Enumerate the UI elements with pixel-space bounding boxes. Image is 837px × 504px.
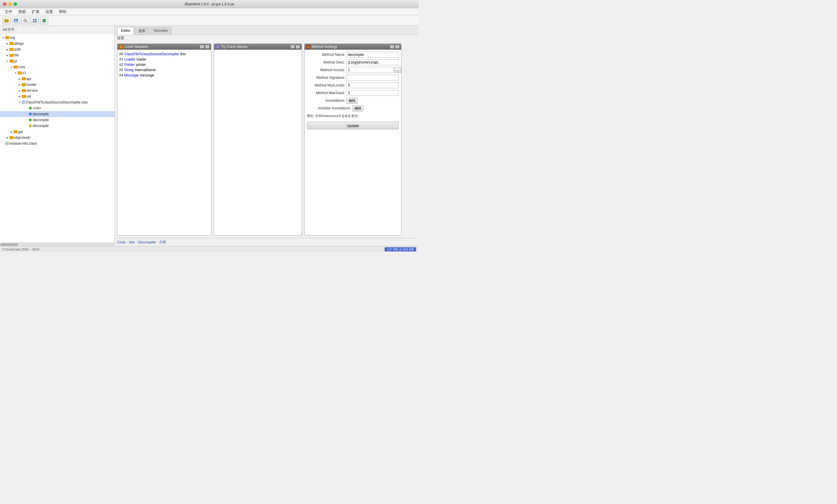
ms-invisible-btn[interactable]: 编辑 xyxy=(352,105,363,111)
tree-label: v1 xyxy=(22,71,26,75)
breadcrumb-info[interactable]: Info xyxy=(129,240,135,244)
var-name: this xyxy=(180,52,186,56)
tree-container[interactable]: org abego antlr fife xyxy=(0,34,114,243)
tree-label: api xyxy=(26,77,31,81)
tab-search[interactable]: 搜索 xyxy=(135,27,149,35)
local-vars-panel: L Local Variables ─ □ #0 ClassFileToJava… xyxy=(117,43,211,236)
ms-row-maxlocals: Method MaxLocals: xyxy=(307,82,399,89)
pkg-icon xyxy=(22,83,26,86)
tree-toggle-jd[interactable] xyxy=(5,59,10,63)
ms-input-name[interactable] xyxy=(346,52,399,58)
open-button[interactable] xyxy=(2,17,11,24)
panel-maximize[interactable]: □ xyxy=(296,45,300,49)
tree-node-core[interactable]: core xyxy=(0,64,114,70)
ms-input-maxlocals[interactable] xyxy=(346,82,399,88)
try-catch-body xyxy=(214,50,302,235)
grid-button[interactable] xyxy=(31,17,39,24)
ms-annotations-btn[interactable]: 编辑 xyxy=(346,98,358,104)
tree-node-decompile3[interactable]: decompile xyxy=(0,123,114,129)
minimize-button[interactable] xyxy=(8,2,12,6)
tree-node-init[interactable]: <init> xyxy=(0,105,114,111)
close-button[interactable] xyxy=(3,2,6,6)
panel-maximize[interactable]: □ xyxy=(205,45,209,49)
var-2: #2 Printer printer xyxy=(119,62,209,67)
save-button[interactable] xyxy=(12,17,20,24)
horizontal-scrollbar[interactable] xyxy=(0,243,114,246)
panel-controls: ─ □ xyxy=(390,45,399,49)
pkg-icon xyxy=(22,77,26,80)
tree-toggle-v1[interactable] xyxy=(14,71,18,75)
try-catch-title: Try Catch Blocks xyxy=(221,45,248,49)
ms-label-signature: Method Signature: xyxy=(307,76,345,80)
tree-toggle-service[interactable] xyxy=(18,89,22,93)
ms-input-maxstack[interactable] xyxy=(346,90,399,96)
tree-node-model[interactable]: model xyxy=(0,82,114,88)
tree-node-org[interactable]: org xyxy=(0,35,114,41)
ms-row-signature: Method Signature: xyxy=(307,74,399,81)
tree-node-antlr[interactable]: antlr xyxy=(0,46,114,52)
panel-icon: L xyxy=(119,45,123,49)
tree-node-v1[interactable]: v1 xyxy=(0,70,114,76)
ms-update-btn[interactable]: Update xyxy=(307,122,399,129)
tree-toggle-classfile[interactable] xyxy=(18,100,22,105)
ms-label-desc: Method Desc: xyxy=(307,60,345,64)
var-type: ClassFileToJavaSourceDecompiler xyxy=(124,52,179,56)
tree-node-fife[interactable]: fife xyxy=(0,52,114,58)
menu-help[interactable]: 帮助 xyxy=(56,8,69,15)
tree-node-util[interactable]: util xyxy=(0,94,114,99)
puzzle-button[interactable] xyxy=(40,17,48,24)
tree-toggle-core[interactable] xyxy=(10,65,14,69)
panel-icon: M xyxy=(306,45,310,49)
scroll-thumb[interactable] xyxy=(1,243,18,246)
tree-toggle-org[interactable] xyxy=(1,36,5,40)
tab-opcodes[interactable]: Opcodes xyxy=(150,27,172,35)
tree-node-gui[interactable]: gui xyxy=(0,129,114,135)
panel-maximize[interactable]: □ xyxy=(395,45,399,49)
menu-extend[interactable]: 扩展 xyxy=(30,8,42,15)
tree-toggle-util[interactable] xyxy=(18,94,22,98)
tree-toggle-model[interactable] xyxy=(18,82,22,87)
menu-file[interactable]: 文件 xyxy=(2,8,15,15)
tab-editor[interactable]: Editor xyxy=(117,27,134,35)
pkg-icon xyxy=(5,36,10,39)
menu-search[interactable]: 搜索 xyxy=(16,8,28,15)
panel-minimize[interactable]: ─ xyxy=(290,45,295,49)
status-memory: 127 MB of 204 MB xyxy=(385,247,416,251)
menu-settings[interactable]: 设置 xyxy=(43,8,55,15)
tree-toggle-antlr[interactable] xyxy=(5,47,10,52)
panel-minimize[interactable]: ─ xyxy=(200,45,204,49)
breadcrumb-analyze[interactable]: 分析 xyxy=(159,240,166,245)
right-panel: Editor 搜索 Opcodes 设置 L Local Variables ─… xyxy=(115,26,418,246)
ms-input-desc[interactable] xyxy=(346,59,399,65)
search-button[interactable] xyxy=(21,17,30,24)
breadcrumb-code[interactable]: Code xyxy=(117,240,126,244)
tree-node-objectweb[interactable]: objectweb xyxy=(0,135,114,141)
tree-node-jd[interactable]: jd xyxy=(0,58,114,64)
method-settings-header: M Method Settings ─ □ xyxy=(305,44,401,50)
tree-toggle-api[interactable] xyxy=(18,77,22,81)
tree-node-moduleinfo[interactable]: M module-info.class xyxy=(0,141,114,146)
tree-node-api[interactable]: api xyxy=(0,76,114,82)
svg-point-5 xyxy=(24,19,26,21)
tree-toggle-fife[interactable] xyxy=(5,53,10,57)
panel-minimize[interactable]: ─ xyxy=(390,45,394,49)
ms-input-signature[interactable] xyxy=(346,75,399,80)
tree-node-decompile2[interactable]: decompile xyxy=(0,117,114,123)
status-bar: © GraxCode 2016 – 2018 127 MB of 204 MB xyxy=(0,246,418,252)
breadcrumb-decompiler[interactable]: Decompiler xyxy=(138,240,156,244)
pkg-icon xyxy=(10,48,14,51)
tree-node-service[interactable]: service xyxy=(0,88,114,94)
tree-toggle-gui[interactable] xyxy=(10,130,14,134)
tree-toggle-objectweb[interactable] xyxy=(5,135,10,140)
tree-toggle-abego[interactable] xyxy=(5,41,10,45)
var-type: Message xyxy=(124,73,139,77)
var-index: #2 xyxy=(119,63,123,67)
svg-rect-1 xyxy=(4,19,6,20)
maximize-button[interactable] xyxy=(14,2,17,6)
ms-input-access[interactable] xyxy=(346,67,393,73)
svg-rect-9 xyxy=(33,21,34,22)
ms-access-btn[interactable]: ... xyxy=(394,67,401,73)
tree-node-classfile[interactable]: C ClassFileToJavaSourceDecompiler.clas xyxy=(0,99,114,105)
tree-node-abego[interactable]: abego xyxy=(0,41,114,46)
tree-node-decompile1[interactable]: decompile xyxy=(0,111,114,117)
